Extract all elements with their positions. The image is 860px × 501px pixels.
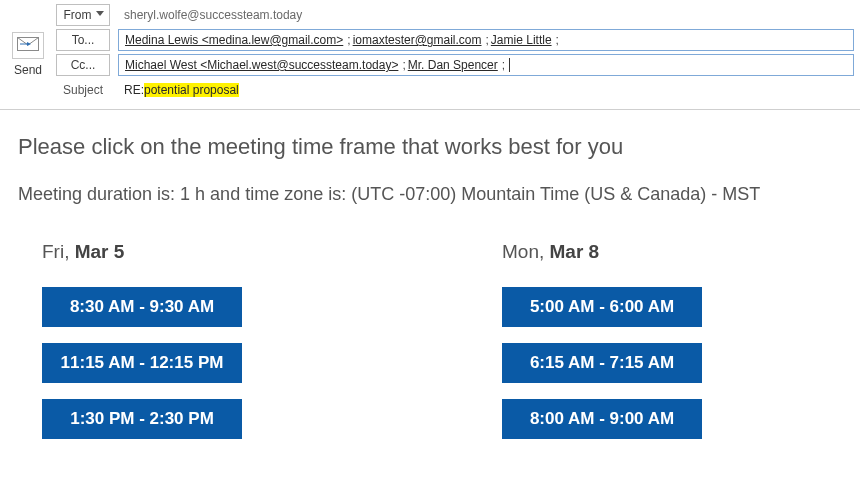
send-button[interactable]: Send	[6, 4, 50, 101]
cc-label: Cc...	[71, 58, 96, 72]
cc-button[interactable]: Cc...	[56, 54, 110, 76]
send-label: Send	[14, 63, 42, 77]
from-label: From	[64, 8, 92, 22]
time-slot-button[interactable]: 5:00 AM - 6:00 AM	[502, 287, 702, 327]
cc-recipient: Michael West <Michael.west@successteam.t…	[125, 58, 398, 72]
text-caret-icon	[509, 58, 510, 72]
time-slot-button[interactable]: 8:00 AM - 9:00 AM	[502, 399, 702, 439]
day-column: Mon, Mar 8 5:00 AM - 6:00 AM 6:15 AM - 7…	[502, 241, 702, 439]
day-date: Mar 8	[550, 241, 600, 262]
day-date: Mar 5	[75, 241, 125, 262]
chevron-down-icon	[96, 11, 103, 18]
send-icon	[12, 32, 44, 59]
time-slot-button[interactable]: 8:30 AM - 9:30 AM	[42, 287, 242, 327]
to-button[interactable]: To...	[56, 29, 110, 51]
cc-field[interactable]: Michael West <Michael.west@successteam.t…	[118, 54, 854, 76]
to-recipient: Medina Lewis <medina.lew@gmail.com>	[125, 33, 343, 47]
to-label: To...	[72, 33, 95, 47]
day-weekday: Mon,	[502, 241, 550, 262]
time-slot-button[interactable]: 6:15 AM - 7:15 AM	[502, 343, 702, 383]
day-weekday: Fri,	[42, 241, 75, 262]
cc-recipient: Mr. Dan Spencer	[408, 58, 498, 72]
from-button[interactable]: From	[56, 4, 110, 26]
subject-label: Subject	[56, 83, 110, 97]
message-body[interactable]: Please click on the meeting time frame t…	[0, 110, 860, 439]
to-field[interactable]: Medina Lewis <medina.lew@gmail.com>; iom…	[118, 29, 854, 51]
subject-highlight: potential proposal	[144, 83, 239, 97]
day-column: Fri, Mar 5 8:30 AM - 9:30 AM 11:15 AM - …	[42, 241, 242, 439]
time-slot-button[interactable]: 11:15 AM - 12:15 PM	[42, 343, 242, 383]
body-subheading: Meeting duration is: 1 h and time zone i…	[18, 184, 842, 205]
from-value: sheryl.wolfe@successteam.today	[118, 8, 854, 22]
to-recipient: Jamie Little	[491, 33, 552, 47]
subject-prefix: RE:	[124, 83, 144, 97]
time-slots: Fri, Mar 5 8:30 AM - 9:30 AM 11:15 AM - …	[18, 241, 842, 439]
body-heading: Please click on the meeting time frame t…	[18, 134, 842, 160]
subject-field[interactable]: RE: potential proposal	[118, 79, 854, 101]
day-heading: Fri, Mar 5	[42, 241, 242, 263]
compose-header: Send From sheryl.wolfe@successteam.today…	[0, 0, 860, 110]
to-recipient: iomaxtester@gmail.com	[353, 33, 482, 47]
header-fields: From sheryl.wolfe@successteam.today To..…	[56, 4, 854, 101]
time-slot-button[interactable]: 1:30 PM - 2:30 PM	[42, 399, 242, 439]
day-heading: Mon, Mar 8	[502, 241, 702, 263]
